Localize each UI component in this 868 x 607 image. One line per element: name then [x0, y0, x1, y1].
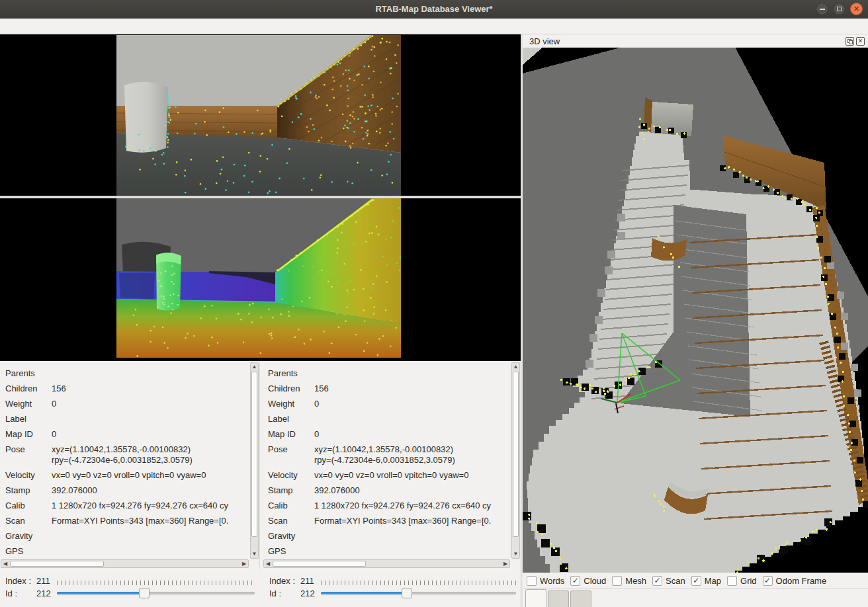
slider-handle[interactable]: [402, 588, 412, 598]
property-row: Weight 0: [268, 397, 511, 412]
property-value: [314, 414, 511, 425]
node-info-panel-right[interactable]: Parents Children 156 Weight 0 Label: [263, 361, 521, 569]
id-slider[interactable]: [57, 587, 255, 599]
scroll-right-icon[interactable]: ▶: [240, 560, 248, 567]
dock-close-button[interactable]: ✕: [856, 37, 865, 46]
checkbox-box: ✓: [727, 576, 737, 586]
id-value: 212: [300, 588, 315, 598]
property-row: Children 156: [5, 382, 249, 397]
checkbox-box: ✓: [570, 576, 580, 586]
property-label: Calib: [268, 501, 310, 511]
check-icon: ✓: [654, 577, 661, 585]
view-tab[interactable]: [548, 590, 569, 607]
depth-image-view[interactable]: [0, 198, 521, 361]
index-label: Index :211: [269, 576, 321, 586]
scroll-left-icon[interactable]: ◀: [264, 560, 272, 567]
checkbox-label: Odom Frame: [776, 576, 827, 586]
scroll-down-icon[interactable]: ▼: [251, 550, 258, 558]
scroll-left-icon[interactable]: ◀: [1, 560, 9, 567]
checkbox-label: Grid: [740, 576, 757, 586]
checkbox-box: ✓: [612, 576, 622, 586]
property-row: GPS: [268, 544, 511, 559]
dock-float-button[interactable]: [846, 37, 854, 46]
property-value: xyz=(1.10042,1.35578,-0.00100832) rpy=(-…: [52, 444, 249, 465]
display-option-checkbox[interactable]: ✓ Grid: [727, 576, 757, 586]
scrollbar-thumb[interactable]: [273, 561, 366, 567]
display-option-checkbox[interactable]: ✓ Cloud: [570, 576, 606, 586]
scroll-up-icon[interactable]: ▲: [251, 363, 258, 371]
checkbox-box: ✓: [691, 576, 701, 586]
node-info-row: Parents Children 156 Weight 0 Label: [0, 361, 521, 569]
property-row: Label: [5, 412, 249, 427]
titlebar[interactable]: RTAB-Map Database Viewer* ✕: [0, 0, 868, 19]
window-controls: ✕: [816, 3, 868, 15]
display-options-row: ✓ Words ✓ Cloud ✓ Mesh ✓ Scan ✓ Map ✓ Gr…: [523, 573, 868, 588]
property-label: Stamp: [268, 485, 310, 496]
property-row: Map ID 0: [5, 427, 249, 442]
property-value: vx=0 vy=0 vz=0 vroll=0 vpitch=0 vyaw=0: [52, 470, 249, 481]
display-option-checkbox[interactable]: ✓ Words: [527, 576, 564, 586]
node-info-table: Parents Children 156 Weight 0 Label: [263, 364, 511, 559]
frame-slider-right: Index :211 Id :212: [263, 575, 521, 607]
check-icon: ✓: [693, 577, 699, 585]
property-value: 0: [314, 399, 511, 409]
scroll-down-icon[interactable]: ▼: [512, 550, 519, 558]
close-icon: ✕: [853, 5, 859, 13]
slider-handle[interactable]: [139, 588, 150, 598]
vertical-scrollbar[interactable]: ▲ ▼: [511, 362, 520, 559]
maximize-button[interactable]: [833, 3, 846, 15]
property-row: Stamp 392.076000: [268, 483, 511, 499]
dock-header[interactable]: 3D view ✕: [523, 34, 868, 48]
display-option-checkbox[interactable]: ✓ Mesh: [612, 576, 646, 586]
vertical-scrollbar[interactable]: ▲ ▼: [250, 362, 259, 559]
check-icon: ✓: [764, 577, 771, 585]
property-label: Calib: [5, 501, 48, 511]
maximize-icon: [837, 7, 842, 11]
property-value: [314, 546, 511, 557]
property-value: Format=XYI Points=343 [max=360] Range=[0…: [52, 516, 249, 526]
id-label: Id :212: [5, 588, 57, 598]
frame-slider-left: Index :211 Id :212: [0, 575, 259, 607]
property-label: Gravity: [268, 531, 310, 542]
checkbox-box: ✓: [527, 576, 537, 586]
scrollbar-thumb[interactable]: [10, 561, 104, 567]
display-option-checkbox[interactable]: ✓ Scan: [652, 576, 685, 586]
property-row: Velocity vx=0 vy=0 vz=0 vroll=0 vpitch=0…: [5, 468, 249, 483]
property-row: Velocity vx=0 vy=0 vz=0 vroll=0 vpitch=0…: [268, 468, 511, 483]
node-info-panel-left[interactable]: Parents Children 156 Weight 0 Label: [0, 361, 259, 569]
view-tab[interactable]: [570, 590, 591, 607]
property-value: [52, 546, 249, 557]
display-option-checkbox[interactable]: ✓ Odom Frame: [763, 576, 827, 586]
slider-fill: [321, 592, 407, 594]
slider-fill: [57, 592, 144, 594]
scrollbar-thumb[interactable]: [251, 372, 257, 537]
horizontal-scrollbar[interactable]: ◀ ▶: [263, 559, 510, 568]
checkbox-label: Words: [540, 576, 564, 586]
scroll-up-icon[interactable]: ▲: [512, 363, 519, 371]
scrollbar-thumb[interactable]: [513, 372, 519, 537]
property-row: Children 156: [268, 382, 511, 397]
display-option-checkbox[interactable]: ✓ Map: [691, 576, 721, 586]
property-row: GPS: [5, 544, 249, 559]
depth-image: [116, 198, 401, 358]
property-label: Pose: [5, 444, 48, 465]
property-value: 156: [314, 384, 511, 394]
scroll-right-icon[interactable]: ▶: [501, 560, 509, 567]
view-tab[interactable]: [525, 589, 546, 607]
minimize-button[interactable]: [816, 3, 828, 15]
horizontal-scrollbar[interactable]: ◀ ▶: [1, 559, 249, 568]
checkbox-label: Mesh: [625, 576, 646, 586]
property-label: GPS: [268, 546, 310, 557]
property-value: 1 1280x720 fx=924.276 fy=924.276 cx=640 …: [314, 501, 511, 511]
id-slider[interactable]: [321, 587, 516, 599]
property-value: 0: [52, 399, 249, 409]
index-value: 211: [36, 576, 50, 586]
close-button[interactable]: ✕: [850, 3, 863, 15]
3d-map-scene: [523, 48, 868, 573]
rgb-image-view[interactable]: [0, 34, 521, 196]
3d-viewport[interactable]: [523, 48, 868, 573]
property-row: Scan Format=XYI Points=343 [max=360] Ran…: [5, 514, 249, 529]
property-value: [52, 368, 249, 379]
property-value: 392.076000: [314, 485, 511, 496]
checkbox-label: Scan: [666, 576, 685, 586]
